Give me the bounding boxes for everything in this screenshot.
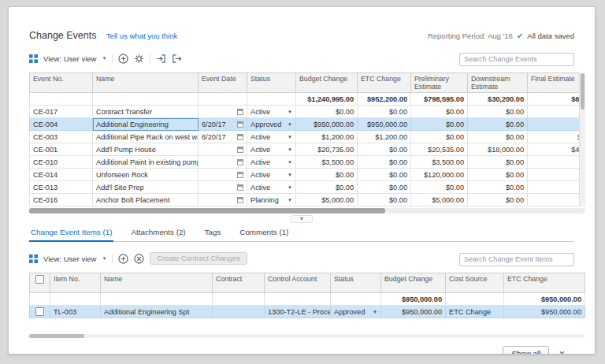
chevron-down-icon[interactable]: ▼ [102,256,106,261]
dropdown-caret-icon[interactable]: ▼ [288,185,292,190]
search-change-event-items-input[interactable] [459,253,574,266]
column-header[interactable]: Final Estimate [528,73,585,93]
calendar-icon[interactable] [237,147,243,153]
event-name-cell[interactable]: Additional Engineering [93,118,199,131]
status-cell[interactable]: Active▼ [247,156,296,169]
close-icon[interactable]: × [559,348,565,355]
view-selector[interactable]: View: User view [43,54,96,63]
gear-icon[interactable] [134,54,144,64]
calendar-icon[interactable] [237,134,243,140]
add-row-icon[interactable] [118,54,128,64]
view-selector[interactable]: View: User view [43,254,96,263]
item-row[interactable]: TL-003Additional Engineering Spt1300-T2-… [30,306,585,318]
column-header[interactable]: Status [331,273,381,293]
vertical-scrollbar[interactable] [579,72,585,206]
horizontal-scrollbar[interactable] [29,334,585,338]
dropdown-caret-icon[interactable]: ▼ [288,147,292,152]
tab-1[interactable]: Attachments (2) [129,225,187,241]
event-date-cell[interactable] [199,194,247,206]
export-icon[interactable] [172,54,182,64]
create-contract-changes-button[interactable]: Create Contract Changes [150,252,247,265]
event-row[interactable]: CE-016Anchor Bolt Placement Planning▼$5,… [30,194,585,206]
event-row[interactable]: CE-014Unforseen Rock Active▼$0.00$0.00$1… [30,169,585,181]
event-date-cell[interactable]: 6/20/17 [199,118,247,131]
event-date-cell[interactable] [199,169,247,181]
calendar-icon[interactable] [237,121,243,128]
event-name-cell[interactable]: Additional Pipe Rack on west wa... [93,131,199,143]
tab-0[interactable]: Change Event Items (1) [29,225,113,242]
event-date-cell[interactable] [199,143,247,156]
status-cell[interactable]: Active▼ [247,169,296,181]
column-header[interactable]: Downstream Estimate [468,73,528,93]
status-cell[interactable]: Approved▼ [331,306,381,318]
column-header[interactable]: Control Account [265,273,331,293]
column-header[interactable]: Name [93,73,199,93]
event-row[interactable]: CE-013Add'l Site Prep Active▼$0.00$0.00$… [30,181,585,194]
column-header[interactable]: Budget Change [381,273,446,293]
feedback-link[interactable]: Tell us what you think [106,32,177,40]
column-header[interactable]: Event No. [30,73,93,93]
tab-3[interactable]: Comments (1) [238,225,290,241]
column-header[interactable]: Cost Source [446,273,504,293]
dropdown-caret-icon[interactable]: ▼ [288,198,292,202]
event-name-cell[interactable]: Anchor Bolt Placement [93,194,199,206]
column-header[interactable]: ETC Change [504,273,585,293]
calendar-icon[interactable] [237,109,243,115]
tab-2[interactable]: Tags [203,225,223,241]
column-header[interactable]: Preliminary Estimate [411,73,468,93]
calendar-icon[interactable] [237,159,243,165]
event-name-cell[interactable]: Additional Paint in existing pump... [93,156,199,169]
event-name-cell[interactable]: Add'l Pump House [93,143,199,156]
add-row-icon[interactable] [118,254,128,264]
collapse-handle[interactable]: ▼ [9,215,595,223]
column-header[interactable]: Budget Change [296,73,358,93]
calendar-icon[interactable] [237,184,243,191]
scrollbar-thumb[interactable] [29,208,385,214]
event-row[interactable]: CE-010Additional Paint in existing pump.… [30,156,585,169]
status-cell[interactable]: Approved▼ [247,118,296,131]
status-cell[interactable]: Active▼ [247,181,296,194]
dropdown-caret-icon[interactable]: ▼ [288,122,292,127]
status-cell[interactable]: Planning▼ [247,194,296,206]
dropdown-caret-icon[interactable]: ▼ [288,173,292,177]
status-cell[interactable]: Active▼ [247,143,296,156]
row-select-cell[interactable] [30,306,50,318]
select-all-checkbox[interactable] [35,275,44,284]
dropdown-caret-icon[interactable]: ▼ [288,135,292,139]
row-checkbox[interactable] [35,307,44,316]
column-header[interactable]: Contract [213,273,265,293]
grid-view-icon[interactable] [29,254,38,263]
column-header[interactable]: Event Date [199,73,247,93]
event-row[interactable]: CE-004Additional Engineering6/20/17Appro… [30,118,585,131]
search-change-events-input[interactable] [459,53,574,66]
column-header[interactable]: ETC Change [358,73,411,93]
dropdown-caret-icon[interactable]: ▼ [288,110,292,114]
event-row[interactable]: CE-003Additional Pipe Rack on west wa...… [30,131,585,143]
horizontal-scrollbar[interactable] [29,208,585,214]
dropdown-caret-icon[interactable]: ▼ [288,160,292,165]
column-header[interactable]: Name [101,273,213,293]
event-date-cell[interactable]: 6/20/17 [199,131,247,143]
event-name-cell[interactable]: Unforseen Rock [93,169,199,181]
column-header[interactable]: Item No. [50,273,101,293]
event-name-cell[interactable]: Contract Transfer [93,106,199,118]
event-date-cell[interactable] [199,106,247,118]
scrollbar-thumb[interactable] [29,334,84,338]
calendar-icon[interactable] [237,197,243,203]
calendar-icon[interactable] [237,172,243,178]
event-date-cell[interactable] [199,181,247,194]
status-cell[interactable]: Active▼ [247,131,296,143]
scrollbar-thumb[interactable] [581,73,585,110]
event-name-cell[interactable]: Add'l Site Prep [93,181,199,194]
remove-row-icon[interactable] [134,254,144,264]
event-row[interactable]: CE-017Contract Transfer Active▼$0.00$0.0… [30,106,585,118]
grid-view-icon[interactable] [29,54,38,63]
status-cell[interactable]: Active▼ [247,106,296,118]
show-all-button[interactable]: Show all [503,346,549,355]
column-header[interactable]: Status [247,73,296,93]
event-row[interactable]: CE-001Add'l Pump House Active▼$20,735.00… [30,143,585,156]
collapse-icon[interactable]: ▼ [291,215,314,223]
event-date-cell[interactable] [199,156,247,169]
import-icon[interactable] [156,54,166,64]
chevron-down-icon[interactable]: ▼ [102,56,106,61]
